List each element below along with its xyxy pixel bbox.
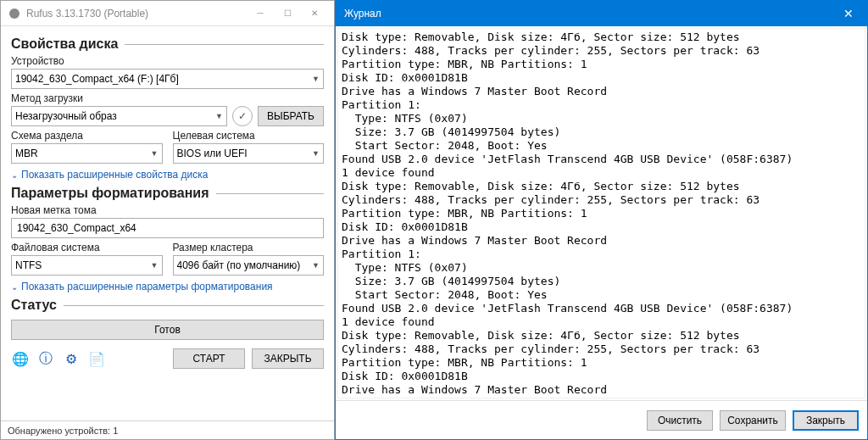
device-select[interactable]: 19042_630_Compact_x64 (F:) [4Гб]▼ xyxy=(11,69,324,89)
log-textarea[interactable]: Disk type: Removable, Disk size: 4Гб, Se… xyxy=(337,28,865,398)
close-log-button[interactable]: Закрыть xyxy=(793,410,859,431)
log-title: Журнал xyxy=(344,8,829,19)
chevron-down-icon: ⌄ xyxy=(11,170,18,180)
target-system-select[interactable]: BIOS или UEFI▼ xyxy=(173,143,325,164)
check-icon: ✓ xyxy=(238,110,247,122)
boot-selection-select[interactable]: Незагрузочный образ▼ xyxy=(11,106,227,126)
svg-point-0 xyxy=(9,8,19,19)
advanced-drive-toggle[interactable]: ⌄ Показать расширенные свойства диска xyxy=(11,169,324,181)
app-title: Rufus 3.13.1730 (Portable) xyxy=(26,8,248,19)
chevron-down-icon: ▼ xyxy=(151,261,159,270)
section-format-opts: Параметры форматирования xyxy=(11,186,324,201)
log-titlebar: Журнал ✕ xyxy=(336,1,867,26)
start-button[interactable]: СТАРТ xyxy=(173,348,245,369)
filesystem-label: Файловая система xyxy=(11,242,163,253)
save-log-button[interactable]: Сохранить xyxy=(720,410,786,431)
status-bar: Готов xyxy=(11,320,324,340)
rufus-window: Rufus 3.13.1730 (Portable) ─ ☐ ✕ Свойств… xyxy=(0,0,335,440)
filesystem-select[interactable]: NTFS▼ xyxy=(11,255,163,276)
log-window: Журнал ✕ Disk type: Removable, Disk size… xyxy=(335,0,868,440)
cluster-size-select[interactable]: 4096 байт (по умолчанию)▼ xyxy=(173,255,325,276)
language-icon[interactable]: 🌐 xyxy=(11,349,30,368)
log-footer: Очистить Сохранить Закрыть xyxy=(336,400,867,439)
chevron-down-icon: ▼ xyxy=(312,149,320,158)
check-iso-button[interactable]: ✓ xyxy=(232,106,253,126)
chevron-down-icon: ▼ xyxy=(151,149,159,158)
select-image-button[interactable]: ВЫБРАТЬ xyxy=(258,106,324,126)
minimize-button[interactable]: ─ xyxy=(248,4,273,23)
close-button-main[interactable]: ЗАКРЫТЬ xyxy=(252,348,324,369)
cluster-label: Размер кластера xyxy=(173,242,325,253)
info-icon[interactable]: ⓘ xyxy=(36,349,55,368)
target-label: Целевая система xyxy=(173,130,325,142)
close-button[interactable]: ✕ xyxy=(302,4,327,23)
app-icon xyxy=(8,7,21,20)
rufus-titlebar: Rufus 3.13.1730 (Portable) ─ ☐ ✕ xyxy=(1,1,334,26)
section-drive-props: Свойства диска xyxy=(11,36,324,52)
chevron-down-icon: ⌄ xyxy=(11,282,18,292)
close-icon: ✕ xyxy=(843,7,854,20)
volume-label-label: Новая метка тома xyxy=(11,204,324,216)
boot-label: Метод загрузки xyxy=(11,92,227,104)
settings-icon[interactable]: ⚙ xyxy=(62,349,81,368)
chevron-down-icon: ▼ xyxy=(215,112,223,120)
log-icon[interactable]: 📄 xyxy=(87,349,106,368)
clear-log-button[interactable]: Очистить xyxy=(647,410,713,431)
chevron-down-icon: ▼ xyxy=(312,261,320,270)
device-label: Устройство xyxy=(11,55,324,67)
statusbar: Обнаружено устройств: 1 xyxy=(1,421,334,439)
section-status: Статус xyxy=(11,298,324,313)
partition-label: Схема раздела xyxy=(11,130,163,142)
log-close-button[interactable]: ✕ xyxy=(829,1,867,26)
chevron-down-icon: ▼ xyxy=(312,75,320,83)
advanced-format-toggle[interactable]: ⌄ Показать расширенные параметры формати… xyxy=(11,281,324,292)
maximize-button[interactable]: ☐ xyxy=(275,4,300,23)
volume-label-input[interactable] xyxy=(11,218,324,238)
partition-scheme-select[interactable]: MBR▼ xyxy=(11,143,163,164)
